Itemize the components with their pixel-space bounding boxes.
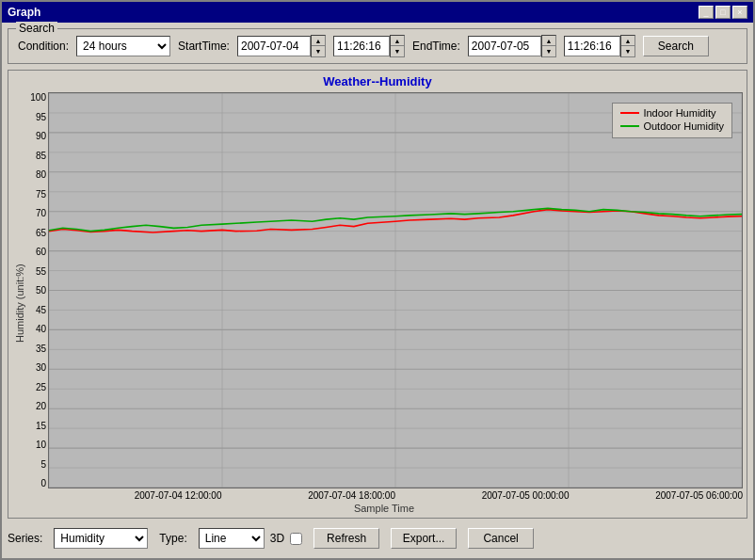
- chart-svg: [49, 93, 742, 488]
- end-time-label: EndTime:: [412, 40, 460, 53]
- close-button[interactable]: ×: [732, 6, 747, 19]
- title-bar-buttons: _ □ ×: [699, 6, 747, 19]
- y-tick-80: 80: [25, 169, 46, 180]
- maximize-button[interactable]: □: [715, 6, 731, 19]
- end-time-up[interactable]: ▲: [621, 36, 635, 46]
- y-tick-45: 45: [25, 305, 46, 315]
- legend-item-indoor: Indoor Humidity: [620, 107, 724, 119]
- start-time-spinner[interactable]: ▲ ▼: [390, 35, 405, 57]
- window-title: Graph: [8, 6, 40, 19]
- chart-legend: Indoor Humidity Outdoor Humidity: [612, 103, 732, 138]
- legend-label-outdoor: Outdoor Humidity: [643, 120, 724, 132]
- start-time-label: StartTime:: [178, 40, 230, 53]
- y-tick-75: 75: [25, 189, 46, 200]
- chart-content: Humidity (unit:%) 0510152025303540455055…: [12, 92, 743, 514]
- x-axis-labels: 2007-07-04 12:00:002007-07-04 18:00:0020…: [25, 488, 743, 503]
- legend-item-outdoor: Outdoor Humidity: [620, 120, 724, 132]
- x-label: 2007-07-04 12:00:00: [135, 490, 222, 501]
- series-select[interactable]: Humidity Temperature: [54, 528, 148, 549]
- y-tick-40: 40: [25, 324, 46, 334]
- start-time-up[interactable]: ▲: [391, 36, 404, 46]
- x-label: 2007-07-05 00:00:00: [482, 490, 570, 501]
- start-date-input-group: ▲ ▼: [237, 35, 326, 57]
- cancel-button[interactable]: Cancel: [468, 528, 534, 549]
- chart-title: Weather--Humidity: [12, 74, 743, 88]
- chart-area: Weather--Humidity Humidity (unit:%) 0510…: [8, 70, 747, 519]
- y-tick-50: 50: [25, 285, 46, 296]
- search-group: Search Condition: 24 hours 12 hours 6 ho…: [8, 28, 747, 64]
- chart-inner: 0510152025303540455055606570758085909510…: [25, 92, 743, 514]
- y-tick-25: 25: [25, 382, 46, 392]
- y-tick-0: 0: [25, 478, 46, 488]
- series-label: Series:: [8, 532, 42, 545]
- y-tick-55: 55: [25, 266, 46, 277]
- start-date-up[interactable]: ▲: [312, 36, 325, 46]
- start-date-spinner[interactable]: ▲ ▼: [311, 35, 326, 57]
- end-time-down[interactable]: ▼: [621, 46, 635, 56]
- start-time-input[interactable]: [333, 36, 390, 56]
- x-label: 2007-07-04 18:00:00: [308, 490, 395, 501]
- end-date-up[interactable]: ▲: [542, 36, 555, 46]
- type-label: Type:: [159, 532, 186, 545]
- y-tick-10: 10: [25, 440, 46, 450]
- end-time-input[interactable]: [564, 36, 620, 56]
- condition-label: Condition:: [18, 40, 69, 53]
- y-tick-15: 15: [25, 421, 46, 431]
- indoor-humidity-line-icon: [620, 112, 639, 114]
- start-date-down[interactable]: ▼: [312, 46, 325, 56]
- end-date-input[interactable]: [468, 36, 541, 56]
- three-d-checkbox[interactable]: [290, 533, 302, 545]
- x-axis-title: Sample Time: [25, 503, 743, 514]
- x-label: 2007-07-05 06:00:00: [655, 490, 743, 501]
- end-date-spinner[interactable]: ▲ ▼: [541, 35, 556, 57]
- three-d-label: 3D: [270, 532, 284, 545]
- chart-with-yticks: 0510152025303540455055606570758085909510…: [25, 92, 743, 488]
- y-tick-35: 35: [25, 344, 46, 354]
- chart-plot: Indoor Humidity Outdoor Humidity: [48, 92, 743, 488]
- y-tick-labels: 0510152025303540455055606570758085909510…: [25, 92, 48, 488]
- end-time-spinner[interactable]: ▲ ▼: [620, 35, 635, 57]
- start-time-down[interactable]: ▼: [391, 46, 404, 56]
- refresh-button[interactable]: Refresh: [313, 528, 379, 549]
- search-row: Condition: 24 hours 12 hours 6 hours 1 h…: [18, 35, 737, 57]
- legend-label-indoor: Indoor Humidity: [643, 107, 715, 119]
- bottom-bar: Series: Humidity Temperature Type: Line …: [8, 524, 747, 552]
- export-button[interactable]: Export...: [391, 528, 457, 549]
- start-date-input[interactable]: [237, 36, 311, 56]
- type-select[interactable]: Line Bar: [199, 528, 265, 549]
- y-tick-30: 30: [25, 362, 46, 373]
- start-time-input-group: ▲ ▼: [333, 35, 405, 57]
- y-tick-70: 70: [25, 208, 46, 218]
- search-button[interactable]: Search: [643, 36, 709, 56]
- minimize-button[interactable]: _: [699, 6, 714, 19]
- type-row: Line Bar 3D: [199, 528, 302, 549]
- y-tick-20: 20: [25, 401, 46, 411]
- condition-select[interactable]: 24 hours 12 hours 6 hours 1 hour Custom: [76, 36, 170, 56]
- outdoor-humidity-line-icon: [620, 125, 639, 127]
- y-tick-90: 90: [25, 131, 46, 141]
- window-body: Search Condition: 24 hours 12 hours 6 ho…: [2, 23, 753, 558]
- title-bar: Graph _ □ ×: [2, 2, 753, 23]
- end-time-input-group: ▲ ▼: [564, 35, 635, 57]
- end-date-down[interactable]: ▼: [542, 46, 555, 56]
- y-tick-95: 95: [25, 112, 46, 122]
- y-tick-85: 85: [25, 151, 46, 161]
- y-tick-5: 5: [25, 459, 46, 470]
- y-tick-65: 65: [25, 228, 46, 238]
- y-tick-60: 60: [25, 247, 46, 257]
- end-date-input-group: ▲ ▼: [468, 35, 556, 57]
- y-axis-label: Humidity (unit:%): [12, 92, 25, 514]
- main-window: Graph _ □ × Search Condition: 24 hours 1…: [0, 0, 755, 560]
- search-group-label: Search: [16, 22, 57, 35]
- y-tick-100: 100: [25, 92, 46, 103]
